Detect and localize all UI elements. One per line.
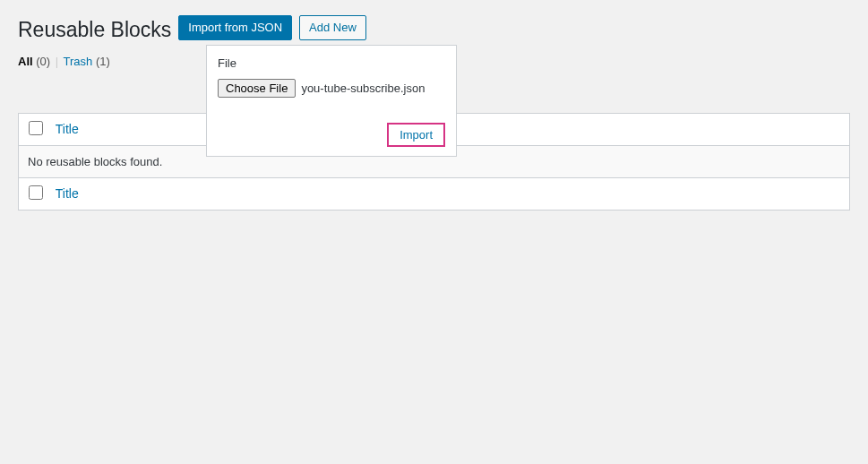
select-all-footer (19, 177, 47, 210)
page-title: Reusable Blocks (18, 9, 171, 47)
page-header: Reusable Blocks Import from JSON Add New (18, 9, 850, 47)
import-from-json-button[interactable]: Import from JSON (178, 15, 292, 40)
title-column-sort[interactable]: Title (56, 122, 79, 136)
filter-separator: | (56, 55, 58, 68)
filter-all[interactable]: All (0) (18, 55, 54, 68)
filter-trash-count: (1) (96, 55, 110, 68)
title-column-footer: Title (47, 177, 849, 210)
filter-all-label: All (18, 55, 33, 68)
select-all-checkbox-bottom[interactable] (29, 185, 43, 200)
selected-filename: you-tube-subscribe.json (301, 82, 425, 95)
file-input-row: Choose File you-tube-subscribe.json (218, 79, 445, 98)
filter-trash[interactable]: Trash (1) (64, 55, 110, 68)
select-all-checkbox-top[interactable] (29, 121, 43, 135)
import-panel-footer: Import (218, 123, 445, 147)
import-button[interactable]: Import (387, 123, 445, 147)
choose-file-button[interactable]: Choose File (218, 79, 296, 98)
filter-all-count: (0) (36, 55, 50, 68)
filter-trash-label: Trash (64, 55, 93, 68)
select-all-header (19, 114, 47, 146)
title-column-sort-footer[interactable]: Title (56, 186, 79, 201)
add-new-button[interactable]: Add New (299, 15, 366, 40)
import-panel: File Choose File you-tube-subscribe.json… (206, 45, 457, 157)
import-file-label: File (218, 56, 445, 70)
